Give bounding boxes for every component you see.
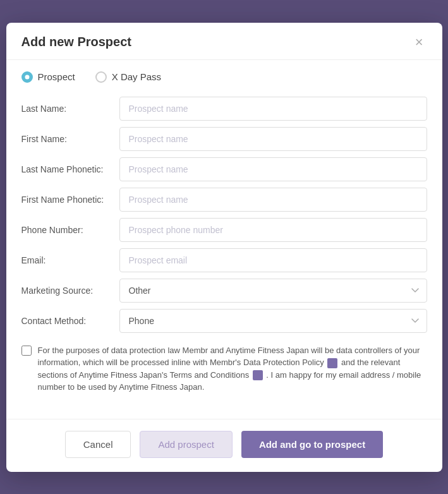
data-protection-row: For the purposes of data protection law … [21,344,427,394]
contact-method-label: Contact Method: [21,316,119,326]
radio-xdaypass-input[interactable] [95,71,107,83]
policy-link-icon[interactable] [327,358,337,368]
contact-method-select[interactable]: Phone Email SMS [119,309,427,333]
email-row: Email: [21,248,427,272]
phone-number-label: Phone Number: [21,225,119,235]
phone-number-input[interactable] [119,218,427,242]
first-name-input[interactable] [119,127,427,151]
type-radio-group: Prospect X Day Pass [21,71,427,83]
terms-link-icon[interactable] [253,370,263,380]
modal-overlay: Add new Prospect × Prospect X Day Pass L… [0,0,448,494]
last-name-phonetic-label: Last Name Phonetic: [21,164,119,174]
add-prospect-modal: Add new Prospect × Prospect X Day Pass L… [6,23,442,472]
last-name-input[interactable] [119,97,427,121]
radio-prospect-input[interactable] [21,71,33,83]
radio-prospect-label: Prospect [38,71,75,82]
last-name-row: Last Name: [21,97,427,121]
email-input[interactable] [119,248,427,272]
modal-footer: Cancel Add prospect Add and go to prospe… [6,419,442,472]
marketing-source-row: Marketing Source: Other Google Facebook … [21,279,427,303]
phone-number-row: Phone Number: [21,218,427,242]
radio-prospect[interactable]: Prospect [21,71,75,83]
add-and-go-button[interactable]: Add and go to prospect [241,431,383,458]
first-name-label: First Name: [21,134,119,144]
close-button[interactable]: × [411,34,427,51]
marketing-source-select[interactable]: Other Google Facebook Walk-in Referral [119,279,427,303]
modal-title: Add new Prospect [21,35,131,49]
contact-method-row: Contact Method: Phone Email SMS [21,309,427,333]
first-name-row: First Name: [21,127,427,151]
first-name-phonetic-label: First Name Phonetic: [21,195,119,205]
data-protection-text: For the purposes of data protection law … [38,344,427,394]
data-protection-checkbox[interactable] [21,346,32,356]
radio-xdaypass[interactable]: X Day Pass [95,71,161,83]
modal-body: Prospect X Day Pass Last Name: First Nam… [6,60,442,419]
modal-header: Add new Prospect × [6,23,442,60]
first-name-phonetic-input[interactable] [119,188,427,212]
radio-xdaypass-label: X Day Pass [112,71,161,82]
add-prospect-button[interactable]: Add prospect [140,431,232,458]
email-label: Email: [21,255,119,265]
last-name-phonetic-row: Last Name Phonetic: [21,157,427,181]
last-name-label: Last Name: [21,104,119,114]
marketing-source-label: Marketing Source: [21,286,119,296]
first-name-phonetic-row: First Name Phonetic: [21,188,427,212]
last-name-phonetic-input[interactable] [119,157,427,181]
cancel-button[interactable]: Cancel [65,431,131,458]
